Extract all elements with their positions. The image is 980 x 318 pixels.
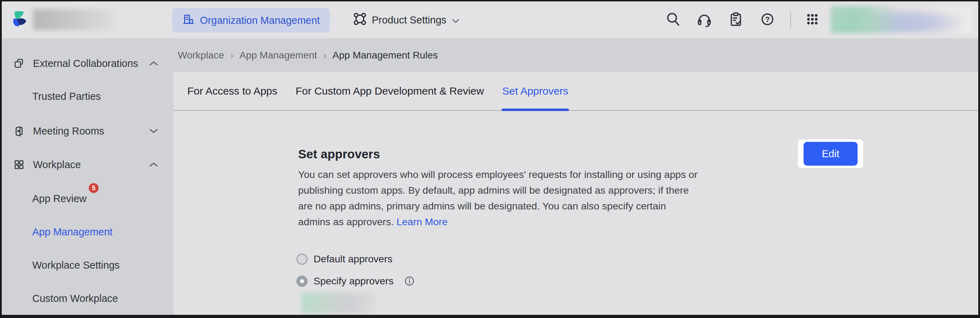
- topbar-divider: [790, 11, 791, 28]
- top-bar: Organization Management Product Settings: [2, 2, 978, 38]
- sidebar-item-app-management[interactable]: App Management: [2, 221, 173, 243]
- app-review-badge: 5: [89, 183, 99, 193]
- tab-bar: For Access to Apps For Custom App Develo…: [173, 72, 978, 111]
- sidebar-item-label: External Collaborations: [33, 58, 138, 70]
- edit-button-spotlight: Edit: [798, 139, 863, 168]
- chevron-up-icon: [149, 162, 158, 168]
- radio-unselected[interactable]: [296, 253, 308, 265]
- svg-text:?: ?: [765, 15, 770, 24]
- meeting-rooms-icon: [13, 125, 25, 137]
- building-icon: [182, 13, 194, 28]
- breadcrumb-current-page: App Management Rules: [332, 50, 438, 61]
- breadcrumb-workplace[interactable]: Workplace: [178, 50, 224, 61]
- app-logo-icon: [12, 11, 31, 29]
- sidebar-item-label: Workplace: [33, 159, 81, 171]
- sidebar-item-custom-workplace[interactable]: Custom Workplace: [2, 288, 173, 309]
- set-approvers-section: Set approvers Edit You can set approvers…: [173, 112, 978, 315]
- description-line: are no app admins, primary admins will b…: [298, 198, 698, 214]
- sidebar-item-trusted-parties[interactable]: Trusted Parties: [2, 85, 173, 107]
- chevron-up-icon: [149, 60, 158, 66]
- breadcrumb-separator-icon: ›: [230, 49, 234, 61]
- organization-management-label: Organization Management: [200, 15, 320, 26]
- sidebar-item-meeting-rooms[interactable]: Meeting Rooms: [2, 120, 173, 142]
- organization-management-button[interactable]: Organization Management: [172, 8, 330, 33]
- info-icon[interactable]: [404, 275, 415, 286]
- approver-tag-blurred: [302, 293, 374, 314]
- description-line-text: admins as approvers.: [298, 216, 393, 227]
- sidebar-item-workplace[interactable]: Workplace: [2, 154, 173, 176]
- section-title: Set approvers: [298, 147, 380, 161]
- admin-console-window: Organization Management Product Settings: [0, 0, 980, 318]
- tab-for-access-to-apps[interactable]: For Access to Apps: [187, 72, 277, 110]
- main-area: Workplace › App Management › App Managem…: [173, 39, 978, 315]
- learn-more-link[interactable]: Learn More: [396, 216, 447, 227]
- workplace-grid-icon: [13, 159, 25, 170]
- product-settings-icon: [353, 12, 366, 28]
- user-account-blurred[interactable]: [830, 6, 973, 33]
- sidebar-item-workplace-settings[interactable]: Workplace Settings: [2, 254, 173, 276]
- chevron-down-icon: [149, 128, 158, 134]
- product-settings-label: Product Settings: [372, 14, 447, 26]
- company-name-blurred: [33, 9, 115, 30]
- sidebar-nav: External Collaborations Trusted Parties …: [2, 39, 173, 315]
- sidebar-item-label: App Management: [32, 226, 113, 238]
- content-card: For Access to Apps For Custom App Develo…: [173, 72, 978, 315]
- help-icon[interactable]: ?: [759, 11, 775, 29]
- product-settings-menu[interactable]: Product Settings: [353, 2, 460, 38]
- edit-button[interactable]: Edit: [803, 142, 858, 166]
- apps-grid-icon[interactable]: [805, 11, 820, 28]
- support-headset-icon[interactable]: [696, 11, 713, 29]
- radio-label: Default approvers: [313, 253, 393, 265]
- sidebar-item-label: Trusted Parties: [32, 91, 101, 102]
- radio-option-specify-approvers[interactable]: Specify approvers: [296, 275, 415, 287]
- section-description: You can set approvers who will process e…: [298, 167, 698, 230]
- sidebar-item-external-collaborations[interactable]: External Collaborations: [2, 52, 173, 74]
- chevron-down-icon: [452, 14, 460, 26]
- radio-selected[interactable]: [296, 275, 308, 287]
- description-line: You can set approvers who will process e…: [298, 167, 698, 182]
- breadcrumb-separator-icon: ›: [323, 49, 326, 61]
- description-line: publishing custom apps. By default, app …: [298, 182, 698, 198]
- sidebar-item-label: Workplace Settings: [32, 259, 119, 271]
- sidebar-item-app-review[interactable]: App Review: [2, 188, 173, 209]
- sidebar-item-label: Custom Workplace: [32, 293, 118, 304]
- sidebar-item-label: Meeting Rooms: [33, 125, 104, 137]
- breadcrumb: Workplace › App Management › App Managem…: [178, 39, 978, 72]
- radio-option-default-approvers[interactable]: Default approvers: [296, 253, 393, 265]
- radio-label: Specify approvers: [313, 275, 393, 287]
- search-icon[interactable]: [665, 11, 681, 29]
- external-collaborations-icon: [13, 58, 25, 69]
- tab-set-approvers[interactable]: Set Approvers: [502, 72, 568, 110]
- description-line: admins as approvers. Learn More: [298, 214, 698, 230]
- survey-clipboard-icon[interactable]: [728, 11, 744, 29]
- breadcrumb-app-management[interactable]: App Management: [240, 50, 317, 61]
- sidebar-item-label: App Review: [32, 193, 87, 204]
- tab-for-custom-app-development[interactable]: For Custom App Development & Review: [296, 72, 484, 110]
